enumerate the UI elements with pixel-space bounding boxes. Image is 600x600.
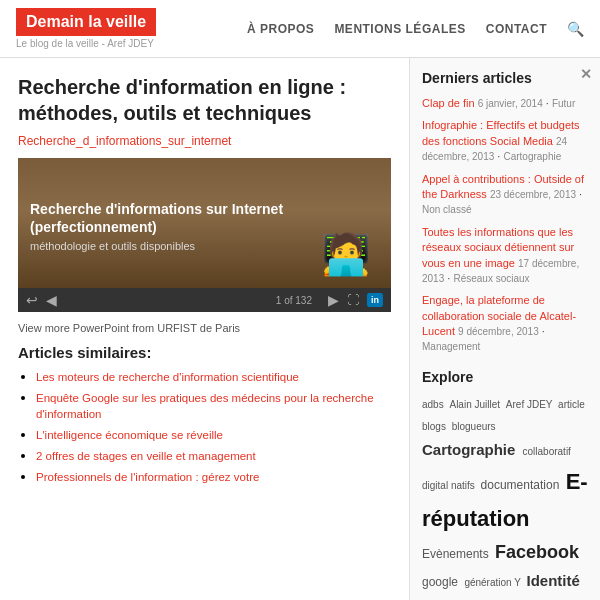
- tag-item[interactable]: Cartographie: [422, 441, 520, 458]
- slide-progress: 1 of 132: [276, 295, 312, 306]
- similar-article-item: Enquête Google sur les pratiques des méd…: [36, 390, 391, 422]
- similar-article-item: L'intelligence économique se réveille: [36, 427, 391, 443]
- tag-item[interactable]: blogs: [422, 421, 449, 432]
- articles-list: Clap de fin 6 janvier, 2014 · FuturInfog…: [422, 96, 588, 355]
- sidebar-article-item: Clap de fin 6 janvier, 2014 · Futur: [422, 96, 588, 111]
- tag-item[interactable]: google: [422, 575, 461, 589]
- tag-item[interactable]: collaboratif: [523, 446, 571, 457]
- slideshow-container: Recherche d'informations sur Internet (p…: [18, 158, 391, 312]
- similar-article-link[interactable]: 2 offres de stages en veille et manageme…: [36, 450, 256, 462]
- slide-linkedin-btn[interactable]: in: [367, 293, 383, 307]
- similar-article-link[interactable]: Les moteurs de recherche d'information s…: [36, 371, 299, 383]
- tag-item[interactable]: adbs: [422, 399, 446, 410]
- view-more-label: View more PowerPoint from URFIST de Pari…: [18, 322, 240, 334]
- sidebar: ✕ Derniers articles Clap de fin 6 janvie…: [410, 58, 600, 600]
- similar-article-item: Professionnels de l'information : gérez …: [36, 469, 391, 485]
- view-more-text: View more PowerPoint from URFIST de Pari…: [18, 322, 391, 334]
- similar-article-link[interactable]: Enquête Google sur les pratiques des méd…: [36, 392, 374, 420]
- tag-item[interactable]: génération Y: [464, 577, 523, 588]
- sidebar-article-item: Toutes les informations que les réseaux …: [422, 225, 588, 287]
- tag-item[interactable]: Alain Juillet: [449, 399, 502, 410]
- tag-item[interactable]: Facebook: [495, 542, 579, 562]
- sidebar-article-item: Engage, la plateforme de collaboration s…: [422, 293, 588, 355]
- tag-cloud: adbs Alain Juillet Aref JDEY article blo…: [422, 393, 588, 600]
- similar-article-item: Les moteurs de recherche d'information s…: [36, 369, 391, 385]
- tag-item[interactable]: article: [558, 399, 585, 410]
- slide-figure: 🧑‍💻: [321, 231, 371, 278]
- explore-title: Explore: [422, 369, 588, 385]
- logo-area: Demain la veille Le blog de la veille - …: [16, 8, 156, 49]
- sidebar-article-item: Infographie : Effectifs et budgets des f…: [422, 118, 588, 164]
- header: Demain la veille Le blog de la veille - …: [0, 0, 600, 58]
- similar-articles-title: Articles similaires:: [18, 344, 391, 361]
- slide-controls: ↩ ◀ 1 of 132 ▶ ⛶ in: [18, 288, 391, 312]
- slideshow-inner: Recherche d'informations sur Internet (p…: [18, 158, 391, 288]
- nav-contact[interactable]: CONTACT: [486, 22, 547, 36]
- nav-mentions[interactable]: MENTIONS LÉGALES: [334, 22, 465, 36]
- site-logo[interactable]: Demain la veille: [16, 8, 156, 36]
- slide-back-icon[interactable]: ↩: [26, 292, 38, 308]
- tag-item[interactable]: Evènements: [422, 547, 492, 561]
- slide-next-icon[interactable]: ▶: [328, 292, 339, 308]
- similar-articles-list: Les moteurs de recherche d'information s…: [18, 369, 391, 486]
- article-title: Recherche d'information en ligne : métho…: [18, 74, 391, 126]
- similar-article-link[interactable]: L'intelligence économique se réveille: [36, 429, 223, 441]
- site-tagline: Le blog de la veille - Aref JDEY: [16, 38, 156, 49]
- similar-article-link[interactable]: Professionnels de l'information : gérez …: [36, 471, 259, 483]
- main-layout: Recherche d'information en ligne : métho…: [0, 58, 600, 600]
- derniers-articles-title: Derniers articles: [422, 70, 588, 86]
- article-link[interactable]: Recherche_d_informations_sur_internet: [18, 134, 391, 148]
- slide-prev-icon[interactable]: ◀: [46, 292, 57, 308]
- main-nav: À PROPOS MENTIONS LÉGALES CONTACT 🔍: [247, 21, 584, 37]
- similar-article-item: 2 offres de stages en veille et manageme…: [36, 448, 391, 464]
- nav-about[interactable]: À PROPOS: [247, 22, 314, 36]
- tag-item[interactable]: blogueurs: [452, 421, 496, 432]
- tag-item[interactable]: Aref JDEY: [506, 399, 555, 410]
- sidebar-article-link[interactable]: Clap de fin: [422, 97, 475, 109]
- search-icon[interactable]: 🔍: [567, 21, 584, 37]
- tag-item[interactable]: documentation: [481, 478, 563, 492]
- slide-fullscreen-icon[interactable]: ⛶: [347, 293, 359, 307]
- close-icon[interactable]: ✕: [580, 66, 592, 82]
- sidebar-article-item: Appel à contributions : Outside of the D…: [422, 172, 588, 218]
- content-area: Recherche d'information en ligne : métho…: [0, 58, 410, 600]
- tag-item[interactable]: digital natifs: [422, 480, 478, 491]
